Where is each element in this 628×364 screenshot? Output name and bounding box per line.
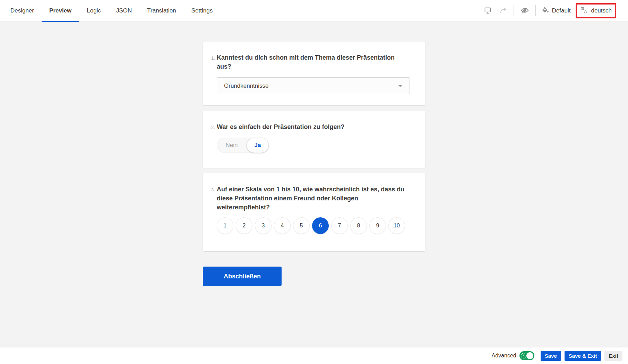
language-selector-button[interactable]: A deutsch [580, 6, 612, 16]
language-label: deutsch [591, 7, 612, 14]
creator-tab-bar: Designer Preview Logic JSON Translation … [0, 0, 628, 22]
tab-translation[interactable]: Translation [139, 0, 183, 21]
rating-item-5[interactable]: 5 [293, 217, 310, 234]
rating-item-8[interactable]: 8 [350, 217, 367, 234]
theme-label: Default [552, 7, 571, 14]
creator-tabs: Designer Preview Logic JSON Translation … [0, 0, 220, 21]
question-number: 1. [211, 55, 217, 61]
surveyjs-creator-window: Designer Preview Logic JSON Translation … [0, 0, 628, 364]
toggle-thumb [526, 352, 533, 359]
boolean-option-nein[interactable]: Nein [217, 138, 247, 153]
redo-arrow-icon [499, 6, 508, 16]
question-number: 2. [211, 125, 217, 130]
device-preview-button[interactable] [483, 6, 493, 16]
check-icon: ✓ [521, 353, 526, 358]
save-button[interactable]: Save [541, 351, 561, 361]
question-title-row: 2. War es einfach der Präsentation zu fo… [211, 122, 411, 131]
tab-designer[interactable]: Designer [3, 0, 42, 21]
rating-item-9[interactable]: 9 [369, 217, 386, 234]
rating-item-6[interactable]: 6 [312, 217, 329, 234]
question-title: Kanntest du dich schon mit dem Thema die… [217, 53, 411, 71]
boolean-option-ja-selected[interactable]: Ja [247, 138, 269, 153]
toolbar-divider [514, 5, 514, 16]
annotation-highlight-box: A deutsch [576, 3, 616, 18]
rating-item-7[interactable]: 7 [331, 217, 348, 234]
question-card-dropdown: 1. Kanntest du dich schon mit dem Thema … [203, 42, 425, 105]
dropdown-value: Grundkenntnisse [224, 83, 269, 89]
question-card-boolean: 2. War es einfach der Präsentation zu fo… [203, 111, 425, 168]
paint-bucket-icon [541, 6, 549, 16]
rating-item-1[interactable]: 1 [217, 217, 233, 234]
boolean-toggle[interactable]: Nein Ja [217, 138, 269, 153]
rating-item-10[interactable]: 10 [388, 217, 405, 234]
question-title-row: 1. Kanntest du dich schon mit dem Thema … [211, 53, 411, 71]
question-title: War es einfach der Präsentation zu folge… [217, 122, 344, 131]
eye-slash-icon [520, 6, 530, 16]
rating-item-2[interactable]: 2 [236, 217, 252, 234]
svg-text:A: A [584, 9, 587, 14]
question-number: 3. [211, 187, 217, 192]
theme-selector-button[interactable]: Default [541, 6, 571, 16]
survey-preview-area: 1. Kanntest du dich schon mit dem Thema … [0, 22, 628, 347]
rating-scale: 12345678910 [217, 217, 411, 234]
rating-item-4[interactable]: 4 [274, 217, 291, 234]
advanced-label: Advanced [492, 353, 516, 359]
rating-item-3[interactable]: 3 [255, 217, 272, 234]
tab-preview[interactable]: Preview [42, 0, 79, 21]
question-title-row: 3. Auf einer Skala von 1 bis 10, wie wah… [211, 185, 411, 212]
dropdown-input[interactable]: Grundkenntnisse [217, 77, 410, 94]
preview-toolbar: Default A deutsch [483, 0, 628, 21]
tab-json[interactable]: JSON [109, 0, 139, 21]
save-exit-button[interactable]: Save & Exit [565, 351, 601, 361]
complete-button[interactable]: Abschließen [203, 267, 282, 286]
question-title: Auf einer Skala von 1 bis 10, wie wahrsc… [217, 185, 411, 212]
translate-icon: A [580, 6, 588, 16]
exit-button[interactable]: Exit [604, 351, 622, 361]
chevron-down-icon [398, 85, 402, 87]
orientation-rotate-button[interactable] [498, 5, 508, 17]
survey-column: 1. Kanntest du dich schon mit dem Thema … [203, 42, 425, 286]
tab-logic[interactable]: Logic [79, 0, 109, 21]
monitor-icon [484, 6, 492, 16]
question-card-rating: 3. Auf einer Skala von 1 bis 10, wie wah… [203, 173, 425, 251]
toolbar-divider [535, 5, 536, 16]
creator-footer: Advanced ✓ Save Save & Exit Exit [0, 347, 628, 364]
advanced-toggle[interactable]: ✓ [519, 351, 534, 360]
show-invisible-button[interactable] [519, 5, 530, 17]
tab-settings[interactable]: Settings [184, 0, 220, 21]
